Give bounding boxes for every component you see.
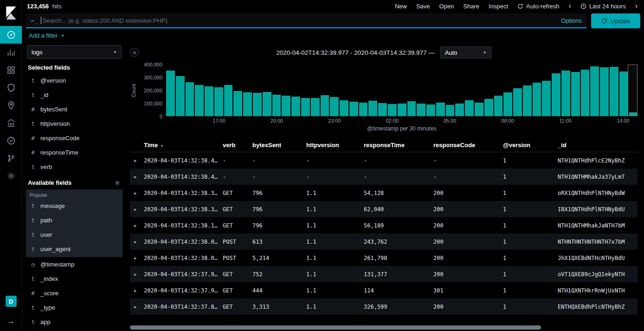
histogram-bar[interactable]	[581, 70, 590, 116]
search-box[interactable]: >_ Options	[26, 13, 586, 28]
histogram-bar[interactable]	[359, 103, 368, 116]
histogram-bar[interactable]	[253, 93, 262, 116]
histogram-bar[interactable]	[436, 103, 445, 116]
histogram-bar[interactable]	[542, 81, 551, 116]
histogram-bar[interactable]	[398, 104, 406, 116]
horizontal-scrollbar-thumb[interactable]	[130, 325, 541, 330]
nav-item-uptime[interactable]	[0, 132, 22, 149]
histogram-bar[interactable]	[426, 104, 435, 116]
histogram-bar[interactable]	[340, 100, 348, 116]
column-header-verb[interactable]: verb	[223, 142, 252, 149]
histogram-bar[interactable]	[475, 103, 483, 116]
histogram-bar[interactable]	[503, 92, 512, 116]
expand-row-icon[interactable]: ▶	[130, 158, 144, 163]
histogram-bar[interactable]	[494, 96, 503, 116]
expand-row-icon[interactable]: ▶	[130, 240, 144, 244]
histogram-bar[interactable]	[330, 97, 339, 116]
collapse-sidebar-icon[interactable]: «	[130, 48, 139, 57]
column-header-id[interactable]: _id	[558, 142, 638, 149]
nav-item-monitoring[interactable]	[0, 114, 22, 132]
histogram-bar[interactable]	[291, 97, 300, 116]
histogram-bar[interactable]	[243, 92, 252, 116]
histogram-bar[interactable]	[523, 85, 532, 116]
histogram-bar[interactable]	[533, 83, 541, 116]
kibana-logo[interactable]	[0, 0, 22, 26]
expand-nav-icon[interactable]: →	[7, 317, 15, 325]
column-header-version[interactable]: @version	[503, 142, 558, 149]
index-pattern-select[interactable]: logs ▼	[27, 45, 122, 59]
histogram-bar[interactable]	[195, 85, 204, 116]
nav-item-discover[interactable]	[0, 26, 22, 44]
field-item-environment[interactable]: tenvironment	[27, 329, 122, 331]
field-item-score[interactable]: #_score	[27, 286, 122, 300]
column-header-httpversion[interactable]: httpversion	[306, 142, 364, 149]
field-item-timestamp[interactable]: ◷@timestamp	[27, 257, 122, 272]
expand-row-icon[interactable]: ▶	[130, 272, 144, 277]
field-item-responseCode[interactable]: #responseCode	[27, 131, 122, 145]
field-item-app[interactable]: tapp	[27, 315, 122, 329]
expand-row-icon[interactable]: ▶	[130, 175, 144, 179]
nav-item-maps[interactable]	[0, 97, 22, 114]
histogram-bar[interactable]	[214, 87, 223, 116]
fields-settings-gear-icon[interactable]	[114, 180, 121, 186]
field-item-id[interactable]: t_id	[27, 88, 122, 102]
nav-item-dev-tools[interactable]	[0, 149, 22, 167]
histogram-bar[interactable]	[205, 86, 213, 116]
expand-row-icon[interactable]: ▶	[130, 305, 144, 309]
expand-row-icon[interactable]: ▶	[130, 256, 144, 260]
histogram-bar[interactable]	[513, 88, 522, 116]
histogram-bar[interactable]	[446, 105, 455, 116]
nav-item-visualize[interactable]	[0, 44, 22, 61]
field-item-user[interactable]: tuser	[27, 227, 122, 242]
auto-refresh-button[interactable]: Auto-refresh	[517, 3, 560, 10]
histogram-bar[interactable]	[561, 71, 570, 116]
column-header-responseCode[interactable]: responseCode	[433, 142, 503, 149]
field-item-index[interactable]: t_index	[27, 272, 122, 286]
field-item-httpversion[interactable]: thttpversion	[27, 117, 122, 131]
histogram-bar[interactable]	[378, 103, 387, 116]
histogram-bar[interactable]	[610, 67, 618, 116]
menu-item-new[interactable]: New	[395, 3, 407, 10]
histogram-bar[interactable]	[417, 104, 425, 116]
search-input[interactable]	[42, 17, 557, 25]
histogram-bar[interactable]	[186, 82, 194, 116]
field-item-message[interactable]: tmessage	[27, 199, 122, 213]
nav-item-dashboard[interactable]	[0, 61, 22, 79]
histogram-bar[interactable]	[272, 95, 281, 116]
field-item-useragent[interactable]: tuser_agent	[27, 242, 122, 256]
column-header-bytesSent[interactable]: bytesSent	[252, 142, 306, 149]
histogram-bar[interactable]	[263, 92, 271, 116]
expand-row-icon[interactable]: ▶	[130, 223, 144, 228]
space-avatar[interactable]: D	[6, 296, 17, 307]
menu-item-open[interactable]: Open	[439, 3, 454, 10]
histogram-bar[interactable]	[233, 91, 242, 116]
field-item-version[interactable]: t@version	[27, 73, 122, 88]
histogram-bar[interactable]	[166, 71, 175, 116]
histogram-bar[interactable]	[224, 85, 233, 116]
expand-row-icon[interactable]: ▶	[130, 191, 144, 195]
options-link[interactable]: Options	[561, 17, 582, 24]
field-item-path[interactable]: tpath	[27, 213, 122, 227]
histogram-bar[interactable]	[484, 99, 493, 116]
histogram-bar[interactable]	[465, 100, 474, 116]
add-filter-button[interactable]: Add a filter +	[29, 32, 64, 39]
field-item-type[interactable]: t_type	[27, 300, 122, 315]
histogram-bar[interactable]	[321, 95, 329, 116]
histogram-bar[interactable]	[552, 73, 560, 116]
column-header-Time[interactable]: Time▼	[144, 142, 223, 149]
menu-item-save[interactable]: Save	[416, 3, 430, 10]
time-forward-icon[interactable]: ›	[635, 2, 638, 10]
nav-item-management[interactable]	[0, 167, 22, 185]
histogram-bar[interactable]	[388, 104, 397, 116]
histogram-bar[interactable]	[590, 66, 599, 116]
field-item-verb[interactable]: tverb	[27, 160, 122, 174]
time-range-button[interactable]: Last 24 hours	[580, 3, 626, 10]
menu-item-inspect[interactable]: Inspect	[489, 3, 508, 10]
update-button[interactable]: Update	[591, 13, 640, 28]
histogram-bar[interactable]	[301, 98, 310, 116]
histogram-bar[interactable]	[349, 102, 358, 116]
expand-row-icon[interactable]: ▶	[130, 207, 144, 212]
field-item-bytesSent[interactable]: #bytesSent	[27, 102, 122, 117]
nav-item-security[interactable]	[0, 79, 22, 97]
histogram-bar[interactable]	[176, 76, 185, 116]
